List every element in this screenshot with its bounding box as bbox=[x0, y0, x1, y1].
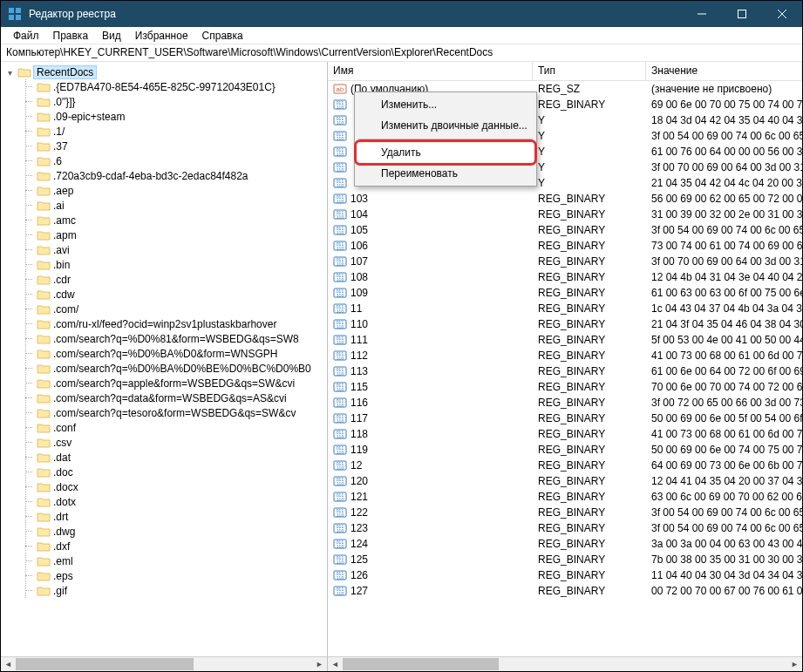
list-row[interactable]: 011110107REG_BINARY3f 00 70 00 69 00 64 … bbox=[328, 254, 802, 269]
scroll-right-button[interactable]: ► bbox=[787, 657, 802, 671]
tree-item[interactable]: .cdr bbox=[26, 272, 327, 287]
tree-item[interactable]: .eps bbox=[26, 568, 327, 583]
tree-item[interactable]: .docx bbox=[26, 479, 327, 494]
list-row[interactable]: 011110119REG_BINARY50 00 69 00 6e 00 74 … bbox=[328, 442, 802, 458]
tree-pane[interactable]: ▾RecentDocs.{ED7BA470-8E54-465E-825C-997… bbox=[1, 62, 328, 671]
list-row[interactable]: 01111012REG_BINARY64 00 69 00 73 00 6e 0… bbox=[328, 458, 802, 473]
list-row[interactable]: 011110116REG_BINARY3f 00 72 00 65 00 66 … bbox=[328, 395, 802, 411]
list-row[interactable]: 011110108REG_BINARY12 04 4b 04 31 04 3e … bbox=[328, 269, 802, 285]
tree-item-label: .aep bbox=[53, 185, 73, 197]
list-row[interactable]: 011110122REG_BINARY3f 00 54 00 69 00 74 … bbox=[328, 505, 802, 520]
list-row[interactable]: 011110109REG_BINARY61 00 63 00 63 00 6f … bbox=[328, 285, 802, 301]
list-row[interactable]: 011110118REG_BINARY41 00 73 00 68 00 61 … bbox=[328, 426, 802, 442]
titlebar[interactable]: Редактор реестра bbox=[1, 1, 802, 27]
tree-item[interactable]: .dat bbox=[26, 450, 327, 465]
value-data: 56 00 69 00 62 00 65 00 72 00 00 0 bbox=[646, 192, 802, 206]
list-pane[interactable]: Имя Тип Значение ab(По умолчанию)REG_SZ(… bbox=[328, 62, 802, 671]
tree-item[interactable]: .bin bbox=[26, 257, 327, 272]
tree-item[interactable]: .apm bbox=[26, 227, 327, 242]
tree-item[interactable]: .com/ru-xl/feed?ocid=winp2sv1plustaskbar… bbox=[26, 316, 327, 331]
tree-item[interactable]: .com/ bbox=[26, 302, 327, 316]
tree-item[interactable]: .avi bbox=[26, 242, 327, 257]
list-row[interactable]: 011110121REG_BINARY63 00 6c 00 69 00 70 … bbox=[328, 489, 802, 505]
value-data: 64 00 69 00 73 00 6e 00 6b 00 72 0 bbox=[646, 458, 802, 472]
ctx-delete[interactable]: Удалить bbox=[357, 142, 534, 163]
svg-text:110: 110 bbox=[337, 356, 344, 361]
address-bar[interactable]: Компьютер\HKEY_CURRENT_USER\Software\Mic… bbox=[1, 44, 802, 62]
tree-item[interactable]: .09-epic+steam bbox=[26, 109, 327, 124]
tree-item[interactable]: .com/search?q=tesoro&form=WSBEDG&qs=SW&c… bbox=[26, 405, 327, 420]
svg-rect-3 bbox=[16, 15, 21, 20]
column-type[interactable]: Тип bbox=[533, 62, 646, 80]
tree-item[interactable]: .gif bbox=[26, 583, 327, 598]
tree-item[interactable]: .cdw bbox=[26, 287, 327, 302]
binary-value-icon: 011110 bbox=[333, 490, 347, 504]
tree-h-scrollbar[interactable]: ◄ ► bbox=[1, 656, 327, 671]
list-row[interactable]: 011110104REG_BINARY31 00 39 00 32 00 2e … bbox=[328, 207, 802, 222]
list-row[interactable]: 011110106REG_BINARY73 00 74 00 61 00 74 … bbox=[328, 238, 802, 254]
tree-item[interactable]: .com/search?q=data&form=WSBEDG&qs=AS&cvi bbox=[26, 390, 327, 405]
tree-item[interactable]: .doc bbox=[26, 465, 327, 479]
tree-item[interactable]: .1/ bbox=[26, 124, 327, 139]
tree-item[interactable]: .37 bbox=[26, 139, 327, 153]
menu-help[interactable]: Справка bbox=[195, 28, 250, 44]
folder-icon bbox=[37, 140, 51, 153]
tree-item[interactable]: .com/search?q=%D0%BA%D0&form=WNSGPH bbox=[26, 346, 327, 361]
ctx-edit[interactable]: Изменить... bbox=[357, 94, 534, 115]
tree-item[interactable]: .aep bbox=[26, 183, 327, 198]
ctx-rename[interactable]: Переименовать bbox=[357, 163, 534, 184]
list-h-scrollbar[interactable]: ◄ ► bbox=[328, 656, 802, 671]
list-row[interactable]: 01111011REG_BINARY1c 04 43 04 37 04 4b 0… bbox=[328, 301, 802, 316]
tree-item[interactable]: .amc bbox=[26, 213, 327, 227]
tree-item[interactable]: .com/search?q=%D0%BA%D0%BE%D0%BC%D0%B0 bbox=[26, 361, 327, 376]
column-name[interactable]: Имя bbox=[328, 62, 533, 80]
value-type: REG_BINARY bbox=[533, 411, 646, 425]
collapse-icon[interactable]: ▾ bbox=[4, 68, 15, 78]
column-value[interactable]: Значение bbox=[646, 62, 802, 80]
scroll-right-button[interactable]: ► bbox=[312, 657, 327, 671]
list-row[interactable]: 011110103REG_BINARY56 00 69 00 62 00 65 … bbox=[328, 191, 802, 207]
list-row[interactable]: 011110112REG_BINARY41 00 73 00 68 00 61 … bbox=[328, 348, 802, 363]
tree-item[interactable]: .0"}]} bbox=[26, 94, 327, 109]
tree-item[interactable]: .6 bbox=[26, 153, 327, 168]
close-button[interactable] bbox=[762, 1, 802, 27]
list-row[interactable]: 011110126REG_BINARY11 04 40 04 30 04 3d … bbox=[328, 567, 802, 583]
menu-view[interactable]: Вид bbox=[95, 28, 128, 44]
list-row[interactable]: 011110124REG_BINARY3a 00 3a 00 04 00 63 … bbox=[328, 536, 802, 552]
tree-item[interactable]: .csv bbox=[26, 435, 327, 450]
svg-text:110: 110 bbox=[337, 277, 344, 282]
minimize-button[interactable] bbox=[682, 1, 722, 27]
menu-file[interactable]: Файл bbox=[6, 28, 46, 44]
ctx-edit-binary[interactable]: Изменить двоичные данные... bbox=[357, 115, 534, 136]
list-row[interactable]: 011110123REG_BINARY3f 00 54 00 69 00 74 … bbox=[328, 520, 802, 536]
list-row[interactable]: 011110120REG_BINARY12 04 41 04 35 04 20 … bbox=[328, 473, 802, 489]
tree-root-label[interactable]: RecentDocs bbox=[34, 66, 96, 78]
list-row[interactable]: 011110110REG_BINARY21 04 3f 04 35 04 46 … bbox=[328, 316, 802, 332]
tree-item[interactable]: .dxf bbox=[26, 539, 327, 553]
list-row[interactable]: 011110111REG_BINARY5f 00 53 00 4e 00 41 … bbox=[328, 332, 802, 348]
scroll-left-button[interactable]: ◄ bbox=[1, 657, 16, 671]
tree-item[interactable]: .ai bbox=[26, 198, 327, 213]
scroll-left-button[interactable]: ◄ bbox=[328, 657, 343, 671]
tree-item[interactable]: .conf bbox=[26, 420, 327, 435]
list-row[interactable]: 011110115REG_BINARY70 00 6e 00 70 00 74 … bbox=[328, 379, 802, 395]
menu-edit[interactable]: Правка bbox=[46, 28, 96, 44]
value-type: REG_BINARY bbox=[533, 255, 646, 268]
maximize-button[interactable] bbox=[722, 1, 762, 27]
list-row[interactable]: 011110117REG_BINARY50 00 69 00 6e 00 5f … bbox=[328, 411, 802, 426]
list-row[interactable]: 011110113REG_BINARY61 00 6e 00 64 00 72 … bbox=[328, 363, 802, 379]
list-row[interactable]: 011110125REG_BINARY7b 00 38 00 35 00 31 … bbox=[328, 552, 802, 567]
tree-item[interactable]: .dwg bbox=[26, 524, 327, 539]
tree-item[interactable]: .drt bbox=[26, 509, 327, 524]
tree-item[interactable]: .dotx bbox=[26, 494, 327, 509]
list-row[interactable]: 011110127REG_BINARY00 72 00 70 00 67 00 … bbox=[328, 583, 802, 599]
binary-value-icon: 011110 bbox=[333, 98, 347, 112]
list-row[interactable]: 011110105REG_BINARY3f 00 54 00 69 00 74 … bbox=[328, 222, 802, 238]
svg-text:110: 110 bbox=[337, 214, 344, 220]
menu-favorites[interactable]: Избранное bbox=[128, 28, 195, 44]
tree-item[interactable]: .com/search?q=%D0%81&form=WSBEDG&qs=SW8 bbox=[26, 331, 327, 346]
tree-item[interactable]: .eml bbox=[26, 553, 327, 568]
tree-item[interactable]: .720a3cb9-cdaf-4eba-bd3c-2edac84f482a bbox=[26, 168, 327, 183]
tree-item[interactable]: .{ED7BA470-8E54-465E-825C-99712043E01C} bbox=[26, 79, 327, 94]
tree-item[interactable]: .com/search?q=apple&form=WSBEDG&qs=SW&cv… bbox=[26, 376, 327, 390]
